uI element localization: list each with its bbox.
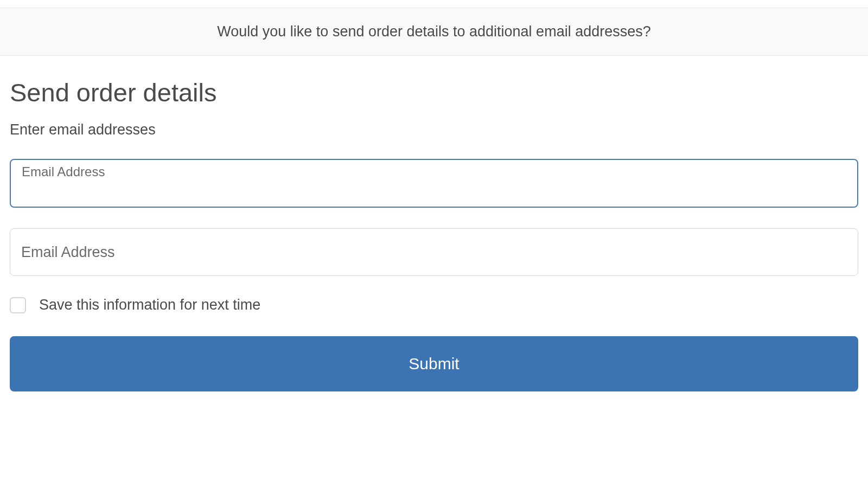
email-field-2[interactable] xyxy=(10,228,858,276)
email-field-1-label: Email Address xyxy=(22,164,846,180)
email-field-1-wrapper[interactable]: Email Address xyxy=(10,159,858,208)
save-info-label[interactable]: Save this information for next time xyxy=(39,297,260,313)
main-content: Send order details Enter email addresses… xyxy=(0,56,868,391)
email-field-2-group xyxy=(10,228,858,276)
subtitle: Enter email addresses xyxy=(10,121,858,138)
submit-button[interactable]: Submit xyxy=(10,336,858,391)
notice-text: Would you like to send order details to … xyxy=(217,23,650,40)
email-field-1-group: Email Address xyxy=(10,159,858,208)
save-info-checkbox[interactable] xyxy=(10,297,26,313)
save-info-row: Save this information for next time xyxy=(10,297,858,313)
notice-banner: Would you like to send order details to … xyxy=(0,8,868,56)
page-title: Send order details xyxy=(10,78,858,107)
email-field-1[interactable] xyxy=(22,181,846,201)
